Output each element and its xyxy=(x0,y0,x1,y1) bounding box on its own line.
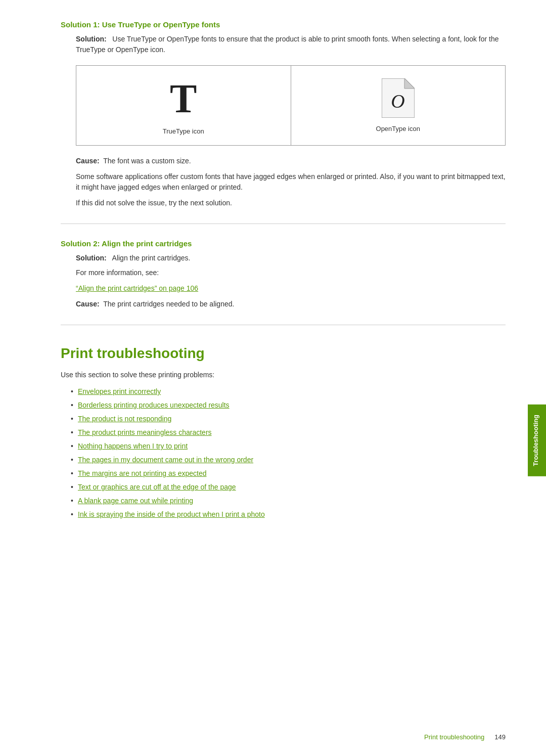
opentype-icon: O xyxy=(382,78,415,119)
troubleshooting-link[interactable]: Borderless printing produces unexpected … xyxy=(78,401,230,409)
solution2-section: Solution 2: Align the print cartridges S… xyxy=(61,239,506,309)
opentype-cell: O OpenType icon xyxy=(291,66,506,146)
for-more-text: For more information, see: xyxy=(76,268,506,278)
list-item[interactable]: Text or graphics are cut off at the edge… xyxy=(71,482,506,493)
print-troubleshooting-section: Print troubleshooting Use this section t… xyxy=(61,345,506,520)
truetype-cell: T TrueType icon xyxy=(76,66,291,146)
troubleshooting-link[interactable]: The pages in my document came out in the… xyxy=(78,456,253,464)
solution1-text: Solution: Use TrueType or OpenType fonts… xyxy=(76,34,506,55)
cause1-text: The font was a custom size. xyxy=(103,157,191,165)
footer: Print troubleshooting 149 xyxy=(424,733,506,741)
intro-text: Use this section to solve these printing… xyxy=(61,370,506,380)
list-item[interactable]: Borderless printing produces unexpected … xyxy=(71,400,506,411)
cause1-block: Cause: The font was a custom size. xyxy=(76,156,506,166)
solution2-label: Solution: xyxy=(76,254,107,262)
list-item[interactable]: Ink is spraying the inside of the produc… xyxy=(71,509,506,520)
troubleshooting-list: Envelopes print incorrectlyBorderless pr… xyxy=(61,386,506,520)
footer-section-name: Print troubleshooting xyxy=(424,733,484,741)
divider1 xyxy=(61,224,506,224)
align-cartridges-link[interactable]: “Align the print cartridges” on page 106 xyxy=(76,284,198,292)
solution1-label: Solution: xyxy=(76,35,107,43)
troubleshooting-link[interactable]: The margins are not printing as expected xyxy=(78,469,206,477)
solution2-body: Solution: Align the print cartridges. Fo… xyxy=(76,253,506,309)
print-troubleshooting-title: Print troubleshooting xyxy=(61,345,506,362)
cause1-label: Cause: xyxy=(76,157,100,165)
truetype-label: TrueType icon xyxy=(163,127,204,135)
svg-text:O: O xyxy=(391,91,404,112)
solution1-body: Solution: Use TrueType or OpenType fonts… xyxy=(76,34,506,208)
icon-row: T TrueType icon O xyxy=(76,66,506,146)
list-item[interactable]: Nothing happens when I try to print xyxy=(71,441,506,452)
list-item[interactable]: The pages in my document came out in the… xyxy=(71,455,506,465)
divider2 xyxy=(61,325,506,325)
opentype-label: OpenType icon xyxy=(376,125,420,132)
solution1-section: Solution 1: Use TrueType or OpenType fon… xyxy=(61,20,506,208)
truetype-icon: T xyxy=(97,76,270,122)
body-para1: Some software applications offer custom … xyxy=(76,171,506,193)
cause2-label: Cause: xyxy=(76,300,100,308)
list-item[interactable]: The margins are not printing as expected xyxy=(71,468,506,479)
cause2-text: The print cartridges needed to be aligne… xyxy=(103,300,234,308)
troubleshooting-link[interactable]: The product is not responding xyxy=(78,415,171,423)
troubleshooting-link[interactable]: Ink is spraying the inside of the produc… xyxy=(78,510,265,518)
list-item[interactable]: The product is not responding xyxy=(71,414,506,424)
solution2-title: Solution 2: Align the print cartridges xyxy=(61,239,506,248)
troubleshooting-link[interactable]: A blank page came out while printing xyxy=(78,497,193,505)
side-tab-label: Troubleshooting xyxy=(532,415,539,466)
solution1-desc: Use TrueType or OpenType fonts to ensure… xyxy=(76,35,499,54)
troubleshooting-link[interactable]: Text or graphics are cut off at the edge… xyxy=(78,483,236,491)
solution2-text: Solution: Align the print cartridges. xyxy=(76,253,506,263)
list-item[interactable]: Envelopes print incorrectly xyxy=(71,386,506,397)
solution2-desc: Align the print cartridges. xyxy=(112,254,191,262)
opentype-icon-svg: O xyxy=(382,78,415,118)
troubleshooting-link[interactable]: Nothing happens when I try to print xyxy=(78,442,188,450)
solution1-title: Solution 1: Use TrueType or OpenType fon… xyxy=(61,20,506,29)
cause2-block: Cause: The print cartridges needed to be… xyxy=(76,299,506,309)
svg-marker-1 xyxy=(404,78,415,88)
body-para2: If this did not solve the issue, try the… xyxy=(76,198,506,208)
troubleshooting-link[interactable]: The product prints meaningless character… xyxy=(78,428,212,436)
troubleshooting-link[interactable]: Envelopes print incorrectly xyxy=(78,387,161,395)
footer-page-number: 149 xyxy=(494,733,506,741)
cartridge-link[interactable]: “Align the print cartridges” on page 106 xyxy=(76,283,506,294)
list-item[interactable]: A blank page came out while printing xyxy=(71,496,506,506)
font-icon-table: T TrueType icon O xyxy=(76,65,506,146)
list-item[interactable]: The product prints meaningless character… xyxy=(71,427,506,438)
side-tab: Troubleshooting xyxy=(528,405,546,476)
